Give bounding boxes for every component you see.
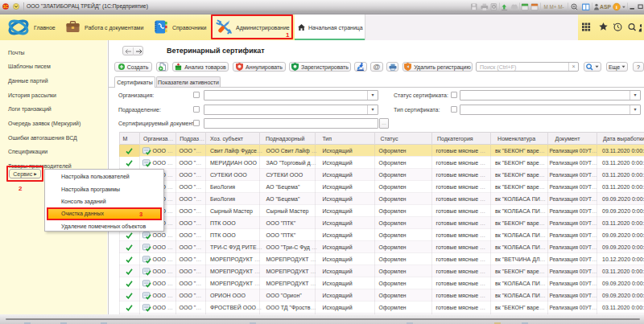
svg-text:ASP: ASP	[600, 4, 611, 10]
svg-text:М М+ М-: М М+ М-	[544, 4, 564, 10]
svg-text:i: i	[616, 4, 617, 10]
svg-text:1С: 1С	[3, 4, 9, 9]
